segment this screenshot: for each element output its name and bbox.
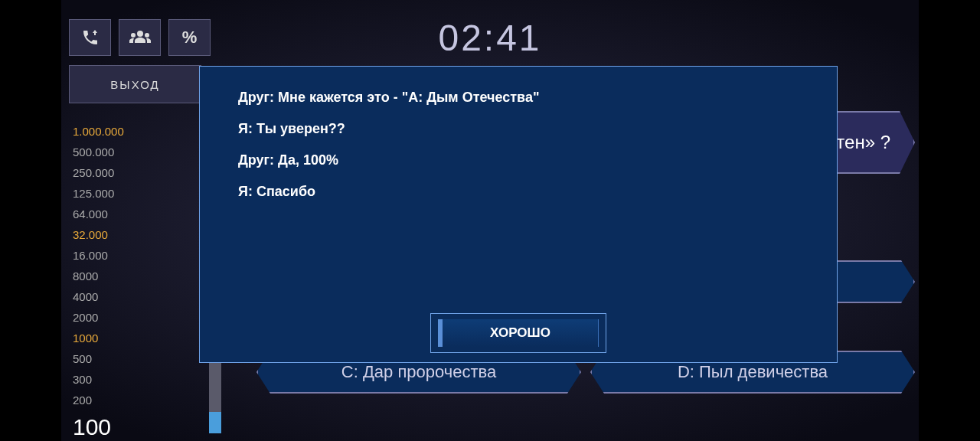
progress-bar <box>209 363 221 433</box>
prize-level: 4000 <box>73 290 124 303</box>
lifeline-phone-button[interactable] <box>69 19 111 56</box>
prize-level: 8000 <box>73 270 124 283</box>
answer-c-label: C: Дар пророчества <box>341 362 496 382</box>
prize-level: 1.000.000 <box>73 125 124 138</box>
phone-friend-dialogue: Друг: Мне кажется это - "А: Дым Отечеств… <box>199 66 838 363</box>
ok-button[interactable]: ХОРОШО <box>430 313 606 353</box>
svg-point-1 <box>131 33 136 38</box>
lifelines-bar: % <box>69 19 211 56</box>
current-amount: 100 <box>73 414 124 440</box>
prize-level: 500.000 <box>73 145 124 158</box>
lifeline-audience-button[interactable] <box>119 19 161 56</box>
prize-level: 2000 <box>73 311 124 324</box>
svg-point-2 <box>145 33 149 38</box>
dialogue-content: Друг: Мне кажется это - "А: Дым Отечеств… <box>238 90 799 200</box>
ok-label: ХОРОШО <box>438 319 599 347</box>
phone-icon <box>81 28 100 47</box>
timer-display: 02:41 <box>438 17 541 59</box>
prize-ladder: 1.000.000500.000250.000125.00064.00032.0… <box>73 125 124 440</box>
pillarbox-left <box>0 0 61 441</box>
prize-level: 64.000 <box>73 207 124 220</box>
prize-level: 500 <box>73 352 124 365</box>
prize-level: 1000 <box>73 332 124 345</box>
prize-level: 125.000 <box>73 187 124 200</box>
dialogue-line: Друг: Мне кажется это - "А: Дым Отечеств… <box>238 90 799 106</box>
percent-icon: % <box>182 28 198 47</box>
exit-label: ВЫХОД <box>110 78 159 91</box>
pillarbox-right <box>919 0 980 441</box>
answer-d-label: D: Пыл девичества <box>678 362 828 382</box>
progress-fill <box>209 412 221 433</box>
svg-point-0 <box>137 31 143 37</box>
prize-level: 250.000 <box>73 166 124 179</box>
dialogue-line: Я: Ты уверен?? <box>238 121 799 137</box>
prize-level: 32.000 <box>73 228 124 241</box>
dialogue-line: Друг: Да, 100% <box>238 152 799 168</box>
exit-button[interactable]: ВЫХОД <box>69 65 201 103</box>
prize-level: 16.000 <box>73 249 124 262</box>
audience-icon <box>129 29 151 46</box>
prize-level: 200 <box>73 394 124 407</box>
lifeline-fifty-button[interactable]: % <box>168 19 211 56</box>
prize-level: 300 <box>73 373 124 386</box>
dialogue-line: Я: Спасибо <box>238 184 799 200</box>
